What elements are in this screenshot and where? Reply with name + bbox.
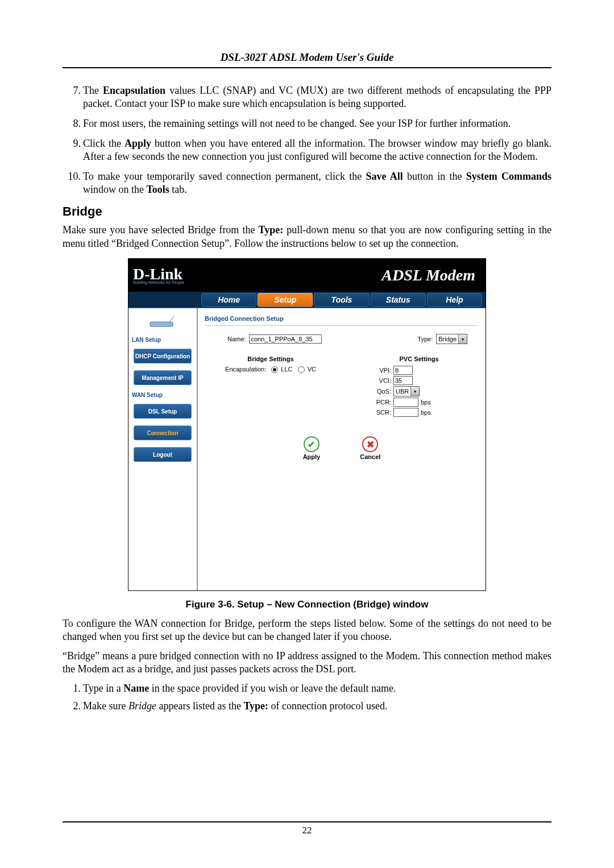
type-label: Type:: [417, 336, 433, 342]
chevron-down-icon: ▾: [458, 334, 467, 344]
pcr-label: PCR:: [371, 399, 391, 406]
radio-vc[interactable]: [298, 366, 305, 373]
svg-line-1: [169, 316, 174, 322]
tab-status[interactable]: Status: [371, 293, 426, 307]
apply-label: Apply: [303, 453, 321, 460]
brand-bar: D-Link Building Networks for People ADSL…: [128, 259, 486, 292]
name-input[interactable]: [249, 334, 322, 344]
cancel-button[interactable]: ✖ Cancel: [360, 436, 380, 460]
radio-llc-label: LLC: [281, 366, 292, 373]
list-item: The Encapsulation values LLC (SNAP) and …: [83, 84, 551, 110]
vpi-input[interactable]: [393, 366, 413, 375]
sidebar-item-connection[interactable]: Connection: [134, 425, 192, 440]
cancel-label: Cancel: [360, 453, 380, 460]
sidebar: LAN Setup DHCP Configuration Management …: [128, 308, 198, 590]
sidebar-group-wan: WAN Setup: [132, 392, 163, 398]
pcr-unit: bps: [421, 399, 431, 406]
steps-list: Type in a Name in the space provided if …: [63, 682, 551, 713]
router-ui-window: D-Link Building Networks for People ADSL…: [128, 258, 486, 591]
content-panel: Bridged Connection Setup Name: Type: Bri…: [198, 308, 486, 590]
page-title-wrap: DSL-302T ADSL Modem User's Guide: [63, 51, 551, 64]
qos-label: QoS:: [371, 388, 391, 395]
tab-home[interactable]: Home: [201, 293, 256, 307]
check-icon: ✔: [304, 436, 320, 452]
product-title: ADSL Modem: [381, 266, 475, 284]
sidebar-item-dhcp[interactable]: DHCP Configuration: [134, 349, 192, 363]
sidebar-group-lan: LAN Setup: [132, 337, 161, 343]
sidebar-item-dsl-setup[interactable]: DSL Setup: [134, 404, 192, 419]
pvc-settings-group: PVC Settings VPI: VCI: QoS:: [371, 356, 467, 418]
list-item: Type in a Name in the space provided if …: [83, 682, 551, 695]
header-rule: [63, 67, 551, 68]
tab-setup[interactable]: Setup: [258, 293, 313, 307]
close-icon: ✖: [362, 436, 378, 452]
bridge-settings-heading: Bridge Settings: [208, 356, 333, 362]
type-select[interactable]: Bridge ▾: [436, 334, 467, 344]
panel-title: Bridged Connection Setup: [205, 312, 479, 326]
paragraph-after-2: “Bridge” means a pure bridged connection…: [63, 650, 551, 676]
qos-select[interactable]: UBR ▾: [393, 386, 420, 396]
sidebar-item-mgmt-ip[interactable]: Management IP: [134, 370, 192, 385]
apply-button[interactable]: ✔ Apply: [303, 436, 321, 460]
modem-icon: [148, 314, 177, 330]
svg-rect-0: [150, 322, 173, 326]
list-item: Make sure Bridge appears listed as the T…: [83, 700, 551, 713]
encapsulation-label: Encapsulation:: [225, 366, 266, 373]
instruction-list-continued: The Encapsulation values LLC (SNAP) and …: [63, 84, 551, 196]
figure-container: D-Link Building Networks for People ADSL…: [128, 258, 486, 591]
footer-rule: [63, 821, 551, 822]
name-label: Name:: [227, 336, 246, 342]
bridge-settings-group: Bridge Settings Encapsulation: LLC VC: [208, 356, 333, 418]
vci-input[interactable]: [393, 376, 413, 385]
brand-tagline: Building Networks for People: [133, 280, 184, 284]
radio-vc-label: VC: [308, 366, 316, 373]
scr-label: SCR:: [371, 409, 391, 416]
radio-llc[interactable]: [271, 366, 278, 373]
qos-select-value: UBR: [394, 388, 410, 395]
list-item: For most users, the remaining settings w…: [83, 117, 551, 130]
sidebar-item-logout[interactable]: Logout: [134, 447, 192, 462]
brand-logo-block: D-Link Building Networks for People: [133, 267, 184, 284]
paragraph-after-1: To configure the WAN connection for Brid…: [63, 617, 551, 644]
type-select-value: Bridge: [437, 336, 458, 342]
page-title: DSL-302T ADSL Modem User's Guide: [221, 51, 394, 63]
tab-tools[interactable]: Tools: [314, 293, 369, 307]
section-intro: Make sure you have selected Bridge from …: [63, 224, 551, 250]
pvc-settings-heading: PVC Settings: [371, 356, 467, 362]
vci-label: VCI:: [371, 377, 391, 384]
page-number: 22: [63, 825, 551, 836]
list-item: To make your temporarily saved connectio…: [83, 170, 551, 196]
list-item: Click the Apply button when you have ent…: [83, 137, 551, 163]
brand-logo: D-Link: [133, 265, 182, 283]
pcr-input[interactable]: [393, 398, 418, 407]
scr-unit: bps: [421, 409, 431, 416]
scr-input[interactable]: [393, 408, 418, 417]
figure-caption: Figure 3-6. Setup – New Connection (Brid…: [63, 599, 551, 610]
tab-bar: Home Setup Tools Status Help: [128, 292, 486, 308]
chevron-down-icon: ▾: [410, 387, 419, 396]
tab-help[interactable]: Help: [427, 293, 482, 307]
vpi-label: VPI:: [371, 367, 391, 374]
section-heading-bridge: Bridge: [63, 204, 551, 219]
